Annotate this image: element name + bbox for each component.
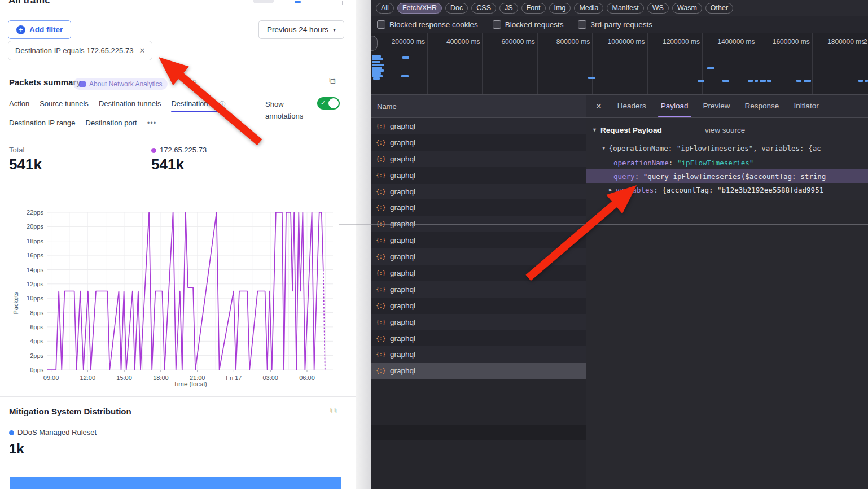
more-tabs-button[interactable]: ••• [147,119,157,130]
mitigation-value: 1k [9,441,24,457]
detail-tab-initiator[interactable]: Initiator [786,95,826,117]
packets-summary-title: Packets summary [9,77,81,87]
json-braces-icon: {:} [376,286,385,293]
request-row-graphql[interactable]: {:}graphql [371,346,586,363]
clipped-top-control [253,0,274,3]
checkbox-blocked-response-cookies[interactable]: Blocked response cookies [377,20,478,29]
filter-pill-js[interactable]: JS [499,3,518,14]
checkbox-box-icon[interactable] [578,20,586,29]
show-annotations-toggle[interactable]: ✓ [317,97,340,110]
filter-pill-img[interactable]: Img [549,3,571,14]
filter-pill-ws[interactable]: WS [647,3,669,14]
filter-pill-css[interactable]: CSS [471,3,496,14]
analytics-panel: All traffic + Add filter Previous 24 hou… [0,0,356,489]
request-row-graphql[interactable]: {:}graphql [371,134,586,151]
request-row-graphql[interactable]: {:}graphql [371,184,586,200]
expand-card-icon[interactable]: ⧉ [329,76,335,86]
checkbox-3rd-party-requests[interactable]: 3rd-party requests [578,20,652,29]
summary-tabs-row2: Destination IP rangeDestination port••• [9,119,156,130]
request-name: graphql [390,236,415,244]
request-row-graphql[interactable]: {:}graphql [371,265,586,281]
payload-query-row[interactable]: query: "query ipFlowTimeseries($accountT… [586,169,868,183]
request-name: graphql [390,318,415,326]
network-overview-timeline[interactable]: 200000 ms400000 ms600000 ms800000 ms1000… [371,33,868,95]
json-braces-icon: {:} [376,318,385,326]
request-row-graphql[interactable]: {:}graphql [371,363,586,379]
request-row-graphql[interactable]: {:}graphql [371,330,586,347]
packets-timeseries-chart[interactable]: 0pps2pps4pps6pps8pps10pps12pps14pps16pps… [11,204,345,393]
request-row-graphql[interactable]: {:}graphql [371,281,586,298]
filter-pill-all[interactable]: All [376,3,394,14]
payload-variables-row[interactable]: ▶ variables: {accountTag: "b12e3b2192ee5… [586,183,868,197]
svg-text:Packets: Packets [12,292,19,315]
filter-pill-media[interactable]: Media [574,3,603,14]
name-column-header[interactable]: Name [371,95,586,118]
filter-pill-wasm[interactable]: Wasm [672,3,702,14]
tab-source-tunnels[interactable]: Source tunnels [40,99,89,112]
checkbox-box-icon[interactable] [493,20,501,29]
detail-tab-headers[interactable]: Headers [610,95,654,117]
detail-tab-response[interactable]: Response [738,95,787,117]
screenshot-seam-line [339,224,868,225]
variables-key: variables [615,186,654,194]
total-stat-value: 541k [9,156,42,173]
request-row-graphql[interactable]: {:}graphql [371,232,586,248]
svg-text:12:00: 12:00 [80,374,96,381]
request-detail-panel: ✕ HeadersPayloadPreviewResponseInitiator… [586,95,868,489]
svg-text:4pps: 4pps [30,338,43,344]
tab-destination-port[interactable]: Destination port [86,119,137,130]
request-row-graphql[interactable]: {:}graphql [371,298,586,314]
detail-tab-payload[interactable]: Payload [654,95,696,117]
expand-card-icon[interactable]: ⧉ [330,405,336,416]
time-range-dropdown[interactable]: Previous 24 hours ▾ [258,20,344,39]
filter-pill-doc[interactable]: Doc [445,3,468,14]
request-name: graphql [390,350,415,359]
mitigation-legend-label: DDoS Managed Ruleset [17,428,97,436]
tab-destination-ip-range[interactable]: Destination IP range [9,119,76,130]
filter-pill-other[interactable]: Other [705,3,733,14]
add-filter-button[interactable]: + Add filter [8,20,71,39]
tab-destination-tunnels[interactable]: Destination tunnels [99,99,161,112]
request-name: graphql [390,269,415,277]
chevron-down-icon: ▾ [333,27,336,33]
request-row-graphql[interactable]: {:}graphql [371,167,586,184]
filter-pill-manifest[interactable]: Manifest [607,3,643,14]
timeline-request-bar [372,64,384,66]
request-row-graphql[interactable]: {:}graphql [371,248,586,265]
json-braces-icon: {:} [376,139,385,146]
request-type-filterbar: AllFetch/XHRDocCSSJSFontImgMediaManifest… [371,0,868,16]
checkbox-label: 3rd-party requests [590,20,652,29]
request-filter-checkboxes: Blocked response cookiesBlocked requests… [371,16,868,33]
timeline-request-bar [760,80,766,82]
timeline-label: 1600000 ms [748,38,810,46]
tab-action[interactable]: Action [9,99,29,112]
devtools-panel: AllFetch/XHRDocCSSJSFontImgMediaManifest… [371,0,868,489]
about-network-analytics-badge[interactable]: About Network Analytics [73,78,168,90]
request-name: graphql [390,155,415,163]
payload-summary-row[interactable]: ▼ {operationName: "ipFlowTimeseries", va… [586,141,868,155]
filter-chip-label: Destination IP equals 172.65.225.73 [15,46,133,55]
request-row-graphql[interactable]: {:}graphql [371,314,586,330]
request-row-graphql[interactable]: {:}graphql [371,151,586,167]
view-source-link[interactable]: view source [705,126,745,134]
request-row-graphql[interactable]: {:}graphql [371,199,586,216]
remove-filter-icon[interactable]: ✕ [139,46,145,55]
request-payload-section-header[interactable]: ▼ Request Payload view source [586,123,868,137]
tab-destination-ip[interactable]: Destination IPⓘ [171,99,225,112]
payload-summary-text: {operationName: "ipFlowTimeseries", vari… [608,144,821,152]
payload-operation-row[interactable]: operationName: "ipFlowTimeseries" [586,156,868,169]
filter-pill-fetch-xhr[interactable]: Fetch/XHR [397,3,442,14]
info-icon: ⓘ [219,101,225,107]
filter-chip[interactable]: Destination IP equals 172.65.225.73 ✕ [8,41,152,60]
mitigation-bar[interactable] [10,477,341,489]
window-gutter [356,0,371,489]
filter-pill-font[interactable]: Font [521,3,546,14]
checkbox-blocked-requests[interactable]: Blocked requests [493,20,564,29]
detail-tab-preview[interactable]: Preview [696,95,738,117]
request-row-graphql[interactable]: {:}graphql [371,118,586,134]
timeline-request-bar [767,80,771,82]
checkbox-box-icon[interactable] [377,20,385,29]
timeline-request-bar [372,72,381,75]
close-icon[interactable]: ✕ [586,102,610,111]
request-name: graphql [390,334,415,343]
